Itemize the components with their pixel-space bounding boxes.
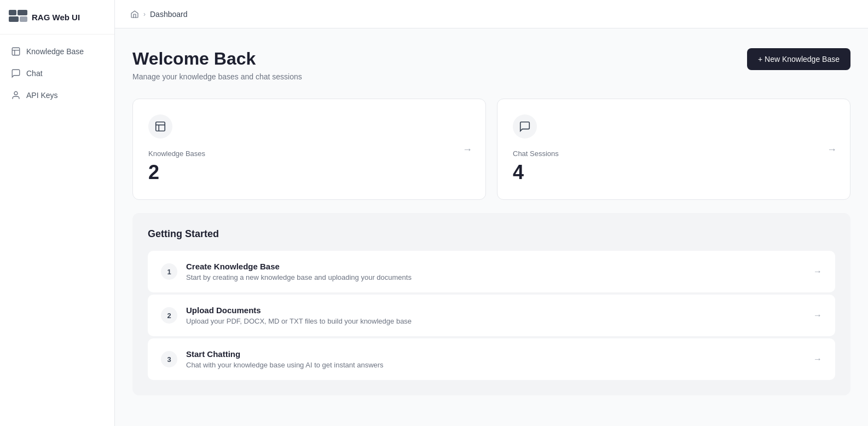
svg-rect-0 (9, 10, 16, 15)
svg-rect-2 (9, 16, 19, 22)
sidebar-nav: Knowledge Base Chat API Keys (0, 34, 114, 112)
chat-sessions-card[interactable]: Chat Sessions 4 → (497, 99, 850, 200)
step-3-item[interactable]: 3 Start Chatting Chat with your knowledg… (148, 338, 835, 380)
step-2-content: Upload Documents Upload your PDF, DOCX, … (186, 306, 805, 325)
stats-row: Knowledge Bases 2 → Chat Sessions 4 → (132, 99, 850, 200)
step-3-desc: Chat with your knowledge base using AI t… (186, 361, 805, 369)
app-name: RAG Web UI (32, 13, 80, 22)
chat-card-value: 4 (513, 161, 835, 184)
logo: RAG Web UI (0, 0, 114, 34)
step-1-title: Create Knowledge Base (186, 262, 805, 271)
step-1-item[interactable]: 1 Create Knowledge Base Start by creatin… (148, 251, 835, 292)
step-3-number: 3 (161, 351, 177, 367)
sidebar-item-knowledge-base[interactable]: Knowledge Base (4, 41, 110, 62)
breadcrumb-label: Dashboard (150, 10, 188, 19)
svg-rect-3 (20, 16, 27, 22)
step-2-number: 2 (161, 307, 177, 324)
step-1-desc: Start by creating a new knowledge base a… (186, 273, 805, 281)
sidebar-label-chat: Chat (26, 69, 43, 78)
getting-started-title: Getting Started (148, 228, 835, 240)
sidebar-label-knowledge-base: Knowledge Base (26, 47, 84, 56)
chat-icon (11, 68, 21, 78)
book-icon (11, 47, 21, 56)
step-2-title: Upload Documents (186, 306, 805, 315)
logo-icon (9, 10, 27, 24)
getting-started-section: Getting Started 1 Create Knowledge Base … (132, 213, 850, 395)
chat-card-icon (519, 120, 531, 133)
page-header: Welcome Back Manage your knowledge bases… (132, 48, 850, 81)
main-content: › Dashboard Welcome Back Manage your kno… (115, 0, 868, 426)
svg-rect-1 (18, 10, 27, 15)
chat-card-label: Chat Sessions (513, 149, 835, 158)
kb-card-label: Knowledge Bases (148, 149, 470, 158)
step-1-number: 1 (161, 263, 177, 280)
page-title: Welcome Back (132, 48, 302, 69)
kb-card-icon-wrap (148, 114, 172, 139)
step-1-arrow: → (813, 267, 822, 277)
step-2-desc: Upload your PDF, DOCX, MD or TXT files t… (186, 317, 805, 325)
svg-point-7 (14, 91, 18, 95)
page-heading: Welcome Back Manage your knowledge bases… (132, 48, 302, 81)
step-3-title: Start Chatting (186, 349, 805, 359)
step-1-content: Create Knowledge Base Start by creating … (186, 262, 805, 281)
svg-rect-8 (156, 122, 165, 131)
sidebar: RAG Web UI Knowledge Base Chat (0, 0, 115, 426)
topbar: › Dashboard (115, 0, 868, 28)
knowledge-bases-card[interactable]: Knowledge Bases 2 → (132, 99, 486, 200)
step-2-arrow: → (813, 310, 822, 320)
content-area: Welcome Back Manage your knowledge bases… (115, 28, 868, 426)
kb-card-value: 2 (148, 161, 470, 184)
sidebar-item-chat[interactable]: Chat (4, 63, 110, 84)
home-icon (130, 10, 139, 19)
user-icon (11, 90, 21, 100)
svg-rect-4 (12, 48, 20, 55)
step-list: 1 Create Knowledge Base Start by creatin… (148, 251, 835, 380)
kb-card-icon (154, 120, 166, 133)
breadcrumb-chevron: › (143, 10, 146, 18)
kb-card-arrow: → (462, 143, 472, 155)
chat-card-arrow: → (827, 143, 837, 155)
step-3-content: Start Chatting Chat with your knowledge … (186, 349, 805, 369)
step-3-arrow: → (813, 354, 822, 364)
sidebar-label-api-keys: API Keys (26, 91, 58, 100)
page-subtitle: Manage your knowledge bases and chat ses… (132, 72, 302, 81)
new-knowledge-base-button[interactable]: + New Knowledge Base (747, 48, 850, 70)
step-2-item[interactable]: 2 Upload Documents Upload your PDF, DOCX… (148, 295, 835, 336)
chat-card-icon-wrap (513, 114, 537, 139)
sidebar-item-api-keys[interactable]: API Keys (4, 85, 110, 106)
